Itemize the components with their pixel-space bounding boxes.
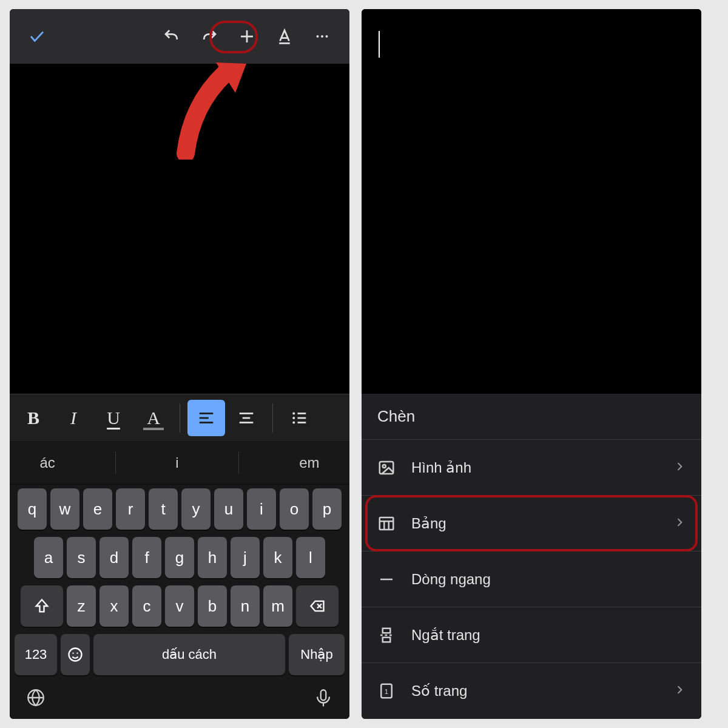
separator	[115, 452, 116, 474]
chevron-right-icon	[673, 515, 686, 532]
separator	[238, 452, 239, 474]
key-letter[interactable]: i	[247, 488, 276, 530]
key-letter[interactable]: m	[263, 585, 292, 627]
insert-panel-header: Chèn	[362, 394, 701, 440]
key-letter[interactable]: u	[214, 488, 243, 530]
align-center-button[interactable]	[228, 400, 265, 436]
enter-key[interactable]: Nhập	[289, 634, 345, 675]
key-letter[interactable]: a	[34, 537, 63, 578]
key-letter[interactable]: k	[263, 537, 292, 578]
key-letter[interactable]: d	[99, 537, 129, 578]
key-letter[interactable]: t	[149, 488, 178, 530]
key-letter[interactable]: q	[18, 488, 47, 530]
insert-panel: Chèn Hình ảnh Bảng Dòng ngang Ngắt trang…	[362, 394, 701, 719]
chevron-right-icon	[673, 682, 686, 699]
key-letter[interactable]: h	[198, 537, 227, 578]
screenshot-right: Chèn Hình ảnh Bảng Dòng ngang Ngắt trang…	[362, 9, 701, 719]
svg-point-14	[292, 412, 295, 414]
keyboard-suggestion[interactable]: em	[299, 454, 319, 471]
key-letter[interactable]: w	[50, 488, 79, 530]
accept-button[interactable]	[21, 20, 53, 53]
backspace-key[interactable]	[296, 585, 339, 627]
backspace-icon	[309, 598, 326, 615]
globe-key[interactable]	[25, 687, 46, 710]
document-canvas[interactable]	[10, 64, 349, 394]
insert-item-page-number[interactable]: 1 Số trang	[362, 663, 701, 719]
on-screen-keyboard: ác i em q w e r t y u i o p a s d f g h …	[10, 441, 349, 719]
hr-icon	[377, 570, 396, 588]
svg-rect-26	[321, 690, 326, 700]
key-letter[interactable]: x	[99, 585, 129, 627]
insert-item-label: Số trang	[411, 682, 467, 699]
text-color-button[interactable]: A	[135, 400, 172, 436]
keyboard-suggestion[interactable]: ác	[39, 454, 55, 471]
separator	[180, 403, 180, 433]
svg-point-4	[317, 35, 319, 38]
svg-point-22	[69, 649, 82, 661]
emoji-icon	[67, 646, 84, 663]
key-letter[interactable]: e	[83, 488, 112, 530]
insert-item-hr[interactable]: Dòng ngang	[362, 551, 701, 607]
keyboard-suggestions: ác i em	[10, 441, 349, 485]
editor-toolbar	[10, 9, 349, 64]
undo-button[interactable]	[155, 20, 188, 53]
svg-point-5	[321, 35, 323, 38]
keyboard-bottom-row	[10, 679, 349, 714]
text-cursor	[379, 31, 380, 58]
svg-rect-30	[380, 517, 394, 530]
screenshot-left: B I U A ác i em q w e r t y u	[10, 9, 349, 719]
separator	[272, 403, 273, 433]
insert-button[interactable]	[231, 20, 263, 53]
svg-point-24	[76, 653, 78, 654]
bulleted-list-button[interactable]	[280, 400, 318, 436]
key-letter[interactable]: r	[116, 488, 145, 530]
page-break-icon	[377, 626, 396, 644]
keyboard-suggestion[interactable]: i	[175, 454, 178, 471]
insert-item-label: Hình ảnh	[411, 459, 471, 476]
spacebar-key[interactable]: dấu cách	[93, 634, 285, 675]
insert-item-image[interactable]: Hình ảnh	[362, 440, 701, 496]
keyboard-row: q w e r t y u i o p	[10, 485, 349, 533]
mic-key[interactable]	[313, 687, 334, 710]
svg-point-16	[292, 417, 295, 419]
bold-button[interactable]: B	[15, 400, 52, 436]
italic-button[interactable]: I	[55, 400, 92, 436]
svg-rect-28	[380, 462, 394, 474]
key-letter[interactable]: v	[165, 585, 194, 627]
key-letter[interactable]: g	[165, 537, 194, 578]
text-format-button[interactable]	[268, 20, 301, 53]
key-letter[interactable]: c	[132, 585, 161, 627]
key-letter[interactable]: n	[231, 585, 260, 627]
svg-point-29	[383, 465, 386, 468]
key-letter[interactable]: y	[181, 488, 211, 530]
more-button[interactable]	[306, 20, 339, 53]
shift-key[interactable]	[21, 585, 63, 627]
keyboard-row: 123 dấu cách Nhập	[10, 630, 349, 679]
svg-point-18	[292, 421, 295, 423]
key-letter[interactable]: l	[296, 537, 325, 578]
insert-item-label: Bảng	[411, 515, 447, 532]
chevron-right-icon	[673, 459, 686, 476]
numbers-key[interactable]: 123	[15, 634, 57, 675]
keyboard-row: a s d f g h j k l	[10, 533, 349, 582]
insert-item-table[interactable]: Bảng	[362, 496, 701, 551]
emoji-key[interactable]	[61, 634, 90, 675]
svg-point-23	[72, 653, 73, 654]
key-letter[interactable]: p	[312, 488, 342, 530]
key-letter[interactable]: z	[67, 585, 96, 627]
image-icon	[377, 459, 396, 477]
document-canvas[interactable]	[362, 9, 701, 394]
key-letter[interactable]: s	[67, 537, 96, 578]
key-letter[interactable]: o	[280, 488, 309, 530]
insert-item-label: Ngắt trang	[411, 627, 480, 644]
svg-text:1: 1	[385, 688, 388, 695]
key-letter[interactable]: f	[132, 537, 161, 578]
key-letter[interactable]: j	[231, 537, 260, 578]
underline-button[interactable]: U	[95, 400, 132, 436]
insert-item-page-break[interactable]: Ngắt trang	[362, 607, 701, 663]
page-number-icon: 1	[377, 682, 396, 700]
key-letter[interactable]: b	[198, 585, 227, 627]
redo-button[interactable]	[193, 20, 226, 53]
align-left-button[interactable]	[187, 400, 225, 436]
shift-icon	[33, 598, 50, 615]
